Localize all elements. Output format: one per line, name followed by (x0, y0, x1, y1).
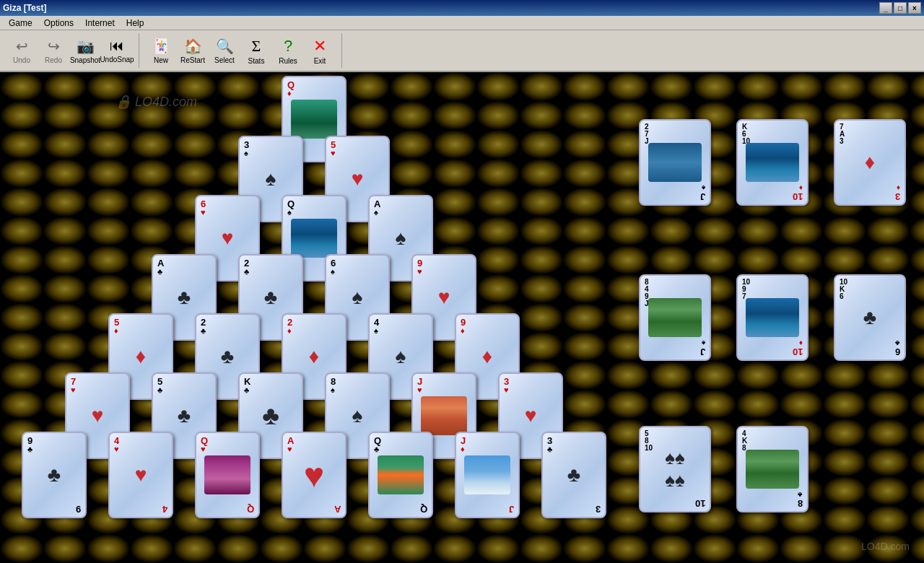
select-label: Select (214, 56, 235, 64)
exit-button[interactable]: ✕ Exit (304, 33, 336, 68)
rules-icon: ? (284, 37, 292, 56)
right-card-2[interactable]: K610 10 ♦ (736, 119, 808, 206)
undo-button[interactable]: ↩ Undo (6, 33, 38, 68)
card-3-clubs[interactable]: 3 ♣ ♣ 3 (541, 432, 606, 518)
titlebar: Giza [Test] _ □ × (0, 0, 924, 16)
undo-icon: ↩ (16, 38, 28, 55)
menu-internet[interactable]: Internet (79, 17, 121, 30)
right-card-5[interactable]: 1097 10 ♦ (736, 274, 808, 361)
restart-label: ReStart (180, 56, 205, 64)
titlebar-title: Giza [Test] (3, 3, 46, 13)
select-button[interactable]: 🔍 Select (209, 33, 240, 68)
stats-button[interactable]: Σ Stats (240, 33, 272, 68)
stats-label: Stats (248, 57, 265, 65)
right-card-3[interactable]: 7A3 ♦ 3 ♦ (834, 119, 906, 206)
undosnap-icon: ⏮ (110, 38, 124, 54)
redo-button[interactable]: ↪ Redo (38, 33, 69, 68)
exit-icon: ✕ (313, 37, 326, 56)
card-4-hearts[interactable]: 4 ♥ ♥ 4 (108, 432, 173, 518)
undosnap-label: UndoSnap (100, 56, 134, 64)
right-card-4[interactable]: 849J J ♠ (639, 274, 711, 361)
right-card-6[interactable]: 10K6 ♣ 6 ♣ (834, 274, 906, 361)
card-A-hearts[interactable]: A ♥ ♥ A (282, 432, 346, 518)
snapshot-button[interactable]: 📷 Snapshot (69, 33, 101, 68)
new-icon: 🃏 (152, 38, 170, 55)
stats-icon: Σ (252, 37, 261, 56)
new-label: New (154, 56, 168, 64)
new-button[interactable]: 🃏 New (145, 33, 177, 68)
right-card-1[interactable]: 27J J ♠ (639, 119, 711, 206)
card-Q-hearts[interactable]: Q ♥ Q (195, 432, 260, 518)
game-area: 🔒 LO4D.com LO4D.com Q ♦ Q ♦ 3 ♠ ♠ 3 5 ♥ … (0, 72, 924, 563)
menu-options[interactable]: Options (38, 17, 79, 30)
menubar: Game Options Internet Help (0, 16, 924, 30)
restart-button[interactable]: 🏠 ReStart (177, 33, 209, 68)
menu-help[interactable]: Help (121, 17, 150, 30)
rules-button[interactable]: ? Rules (272, 33, 304, 68)
undosnap-button[interactable]: ⏮ UndoSnap (101, 33, 133, 68)
redo-label: Redo (45, 56, 62, 64)
redo-icon: ↪ (48, 38, 60, 55)
maximize-button[interactable]: □ (894, 2, 907, 14)
restart-icon: 🏠 (184, 38, 202, 55)
card-Q-clubs[interactable]: Q ♣ Q (368, 432, 433, 518)
toolbar: ↩ Undo ↪ Redo 📷 Snapshot ⏮ UndoSnap 🃏 Ne… (0, 30, 924, 72)
right-card-8[interactable]: 4K8 8 ♣ (736, 426, 808, 512)
right-card-7[interactable]: 5810 ♠♠♠♠ 10 (639, 426, 711, 512)
minimize-button[interactable]: _ (879, 2, 892, 14)
menu-game[interactable]: Game (3, 17, 38, 30)
card-J-diamonds[interactable]: J ♦ J (455, 432, 520, 518)
close-button[interactable]: × (908, 2, 921, 14)
select-icon: 🔍 (216, 38, 234, 55)
titlebar-controls: _ □ × (879, 2, 921, 14)
undo-label: Undo (13, 56, 30, 64)
card-9-clubs[interactable]: 9 ♣ ♣ 9 (22, 432, 87, 518)
rules-label: Rules (279, 57, 297, 65)
snapshot-label: Snapshot (70, 56, 100, 64)
snapshot-icon: 📷 (77, 38, 95, 55)
toolbar-group-main: 🃏 New 🏠 ReStart 🔍 Select Σ Stats ? Rules… (145, 33, 342, 68)
toolbar-group-undoredo: ↩ Undo ↪ Redo 📷 Snapshot ⏮ UndoSnap (6, 33, 139, 68)
exit-label: Exit (314, 57, 326, 65)
